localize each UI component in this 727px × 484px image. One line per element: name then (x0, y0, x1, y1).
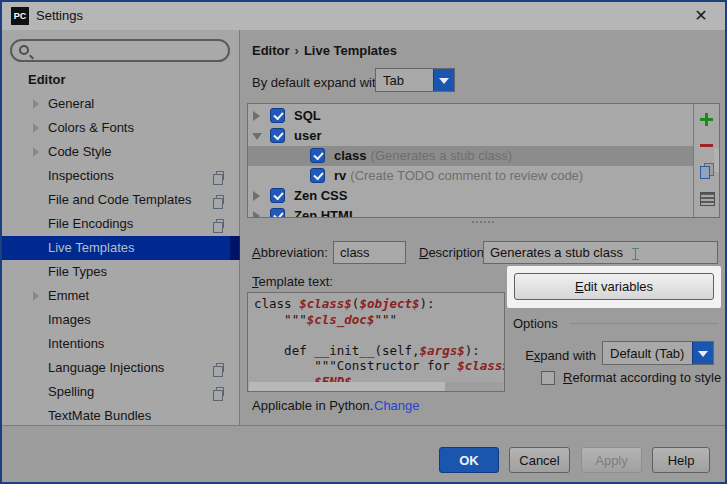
sidebar-item-label: File and Code Templates (48, 188, 192, 212)
sidebar-item-label: Spelling (48, 380, 94, 404)
chevron-right-icon[interactable] (33, 99, 39, 109)
template-variable: $object$ (359, 296, 419, 311)
sidebar-item-images[interactable]: Images (2, 308, 240, 332)
breadcrumb-live-templates: Live Templates (304, 43, 397, 58)
title-bar[interactable]: PC Settings ✕ (2, 2, 725, 30)
breadcrumb-editor[interactable]: Editor (252, 43, 290, 58)
sidebar-item-file-types[interactable]: File Types (2, 260, 240, 284)
sidebar-item-inspections[interactable]: Inspections (2, 164, 240, 188)
horizontal-scrollbar[interactable] (249, 382, 503, 391)
template-text-label: Template text: (252, 274, 333, 289)
sidebar-item-label: Live Templates (48, 236, 134, 260)
template-code: class $class$($object$): """$cls_doc$"""… (254, 296, 502, 389)
sidebar-item-code-style[interactable]: Code Style (2, 140, 240, 164)
code-text: class (254, 296, 299, 311)
template-row-zen-html[interactable]: Zen HTML (248, 206, 694, 217)
abbreviation-field[interactable]: class (333, 241, 406, 264)
sidebar-item-colors-fonts[interactable]: Colors & Fonts (2, 116, 240, 140)
description-label: Description: (419, 245, 488, 260)
settings-dialog: PC Settings ✕ EditorGeneralColors & Font… (0, 0, 727, 484)
shared-settings-icon (216, 171, 224, 180)
sidebar-item-label: File Encodings (48, 212, 133, 236)
apply-button[interactable]: Apply (581, 447, 642, 473)
template-row-sql[interactable]: SQL (248, 106, 694, 126)
abbreviation-label: Abbreviation: (252, 245, 328, 260)
template-name: Zen HTML (294, 206, 357, 217)
code-line (254, 327, 502, 343)
chevron-down-icon[interactable] (692, 342, 713, 364)
chevron-down-icon[interactable] (433, 69, 454, 91)
sidebar-item-label: Code Style (48, 140, 112, 164)
template-variable: $args$ (420, 343, 465, 358)
code-text: """Constructor for (254, 358, 457, 373)
sidebar-item-label: Colors & Fonts (48, 116, 134, 140)
template-checkbox[interactable] (270, 188, 285, 203)
template-checkbox[interactable] (270, 208, 285, 217)
search-input[interactable] (36, 43, 224, 58)
edit-variables-button[interactable]: Edit variables (514, 273, 714, 300)
chevron-right-icon[interactable] (33, 291, 39, 301)
help-button[interactable]: Help (652, 447, 710, 473)
chevron-right-icon[interactable] (253, 111, 260, 121)
code-text: def __init__(self, (254, 343, 420, 358)
chevron-right-icon[interactable] (253, 211, 260, 217)
code-text: """ (374, 312, 397, 327)
duplicate-icon[interactable] (699, 162, 715, 178)
sidebar-item-file-encodings[interactable]: File Encodings (2, 212, 240, 236)
expand-with-dropdown[interactable]: Default (Tab) (602, 341, 714, 365)
footer-divider (2, 425, 725, 426)
template-checkbox[interactable] (310, 148, 325, 163)
search-box[interactable] (10, 39, 230, 62)
template-row-rv[interactable]: rv(Create TODO comment to review code) (248, 166, 694, 186)
template-text-area[interactable]: class $class$($object$): """$cls_doc$"""… (247, 292, 505, 392)
template-checkbox[interactable] (270, 128, 285, 143)
default-expand-label: By default expand with (252, 75, 383, 90)
options-divider (570, 323, 718, 324)
chevron-down-icon[interactable] (252, 133, 262, 140)
sidebar-item-file-and-code-templates[interactable]: File and Code Templates (2, 188, 240, 212)
template-checkbox[interactable] (310, 168, 325, 183)
sidebar-item-label: Emmet (48, 284, 89, 308)
sidebar-item-label: Images (48, 308, 91, 332)
sidebar-item-label: General (48, 92, 94, 116)
resize-grip[interactable] (472, 221, 474, 223)
chevron-right-icon[interactable] (253, 191, 260, 201)
change-link[interactable]: Change (374, 398, 420, 413)
add-icon[interactable] (699, 112, 715, 128)
template-description: (Create TODO comment to review code) (346, 168, 583, 183)
settings-sidebar: EditorGeneralColors & FontsCode StyleIns… (2, 30, 240, 425)
sidebar-item-spelling[interactable]: Spelling (2, 380, 240, 404)
pycharm-logo-text: PC (14, 11, 27, 21)
template-variable: $cls_doc$ (307, 312, 375, 327)
sidebar-item-label: Editor (28, 68, 66, 92)
sidebar-item-general[interactable]: General (2, 92, 240, 116)
sidebar-item-live-templates[interactable]: Live Templates (2, 236, 240, 260)
sidebar-item-language-injections[interactable]: Language Injections (2, 356, 240, 380)
templates-tree-panel: SQLuserclass(Generates a stub class)rv(C… (247, 103, 720, 218)
code-line: """$cls_doc$""" (254, 312, 502, 328)
shared-settings-icon (216, 219, 224, 228)
text-cursor (632, 248, 639, 260)
template-row-class[interactable]: class(Generates a stub class) (248, 146, 694, 166)
sidebar-item-emmet[interactable]: Emmet (2, 284, 240, 308)
breadcrumb: Editor›Live Templates (252, 43, 397, 58)
remove-icon[interactable] (699, 138, 715, 154)
template-name: Zen CSS (294, 186, 347, 206)
close-button[interactable]: ✕ (690, 6, 712, 26)
abbreviation-value: class (340, 245, 370, 260)
chevron-right-icon[interactable] (33, 123, 39, 133)
sidebar-item-intentions[interactable]: Intentions (2, 332, 240, 356)
tree-toolbar (693, 104, 719, 217)
cancel-button[interactable]: Cancel (509, 447, 570, 473)
chevron-right-icon[interactable] (33, 147, 39, 157)
sidebar-item-editor[interactable]: Editor (2, 68, 240, 92)
template-checkbox[interactable] (270, 108, 285, 123)
window-title: Settings (36, 8, 83, 23)
default-expand-dropdown[interactable]: Tab (375, 68, 455, 92)
template-row-zen-css[interactable]: Zen CSS (248, 186, 694, 206)
reformat-checkbox[interactable] (541, 371, 555, 385)
description-field[interactable]: Generates a stub class (483, 241, 718, 264)
ok-button[interactable]: OK (439, 447, 499, 473)
template-row-user[interactable]: user (248, 126, 694, 146)
list-icon[interactable] (699, 190, 715, 206)
